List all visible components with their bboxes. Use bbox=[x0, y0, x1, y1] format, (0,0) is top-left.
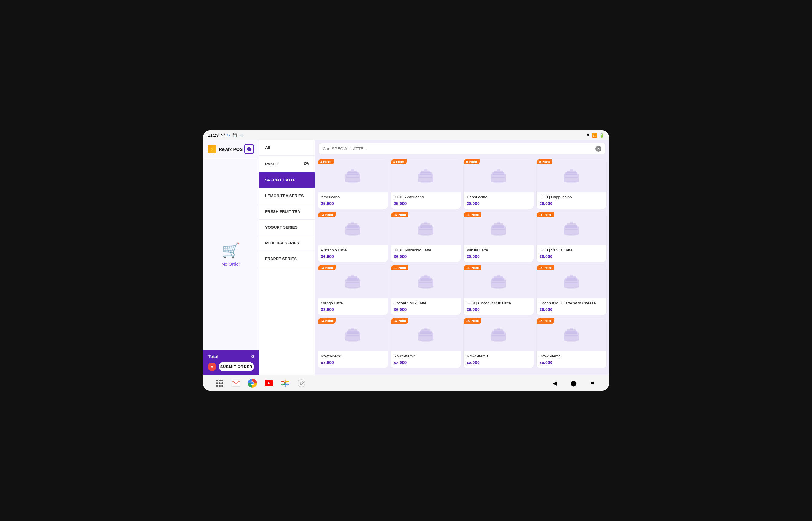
chrome-icon[interactable] bbox=[248, 379, 257, 388]
svg-rect-40 bbox=[424, 222, 427, 224]
product-card[interactable]: 13 Point Row4-Item2 xx.000 bbox=[390, 318, 461, 368]
point-badge: 13 Point bbox=[318, 265, 336, 271]
nav-label-all: All bbox=[265, 145, 270, 150]
svg-rect-46 bbox=[497, 222, 500, 224]
svg-rect-70 bbox=[497, 275, 500, 277]
svg-rect-12 bbox=[346, 177, 359, 178]
product-name: Row4-Item4 bbox=[540, 354, 604, 359]
bottom-bar: ◀ ⬤ ■ bbox=[203, 375, 609, 391]
point-badge: 13 Point bbox=[464, 318, 481, 323]
brand-logo-icon: ⚡ bbox=[210, 146, 215, 152]
product-info: [HOT] Cappuccino 28.000 bbox=[537, 192, 607, 209]
edit-icon[interactable] bbox=[297, 379, 306, 388]
back-icon[interactable]: ◀ bbox=[550, 379, 559, 388]
nav-item-all[interactable]: All bbox=[259, 140, 315, 156]
nav-item-special-latte[interactable]: SPECIAL LATTE bbox=[259, 172, 315, 188]
search-input-wrap: ✕ bbox=[319, 143, 605, 155]
svg-rect-90 bbox=[419, 335, 432, 336]
nav-label-special-latte: SPECIAL LATTE bbox=[265, 178, 296, 182]
product-card[interactable]: 11 Point Vanilla Latte 38.000 bbox=[463, 212, 534, 262]
product-price: 28.000 bbox=[467, 201, 531, 206]
search-input[interactable] bbox=[323, 146, 593, 151]
product-card[interactable]: 13 Point [HOT] Pistachio Latte 36.000 bbox=[390, 212, 461, 262]
nav-item-lemon-tea[interactable]: LEMON TEA SERIES bbox=[259, 188, 315, 204]
product-card[interactable]: 11 Point [HOT] Coconut Milk Latte 36.000 bbox=[463, 265, 534, 315]
svg-point-11 bbox=[347, 181, 358, 183]
product-card[interactable]: 9 Point Cappuccino 28.000 bbox=[463, 159, 534, 209]
product-price: 36.000 bbox=[394, 307, 458, 312]
product-card[interactable]: 9 Point [HOT] Cappuccino 28.000 bbox=[536, 159, 607, 209]
cloud-icon: ☁️ bbox=[239, 133, 244, 137]
photos-icon[interactable] bbox=[280, 379, 290, 388]
no-order-label: No Order bbox=[222, 262, 240, 267]
submit-order-button[interactable]: SUBMIT ORDER bbox=[219, 362, 254, 371]
product-name: Row4-Item3 bbox=[467, 354, 531, 359]
svg-rect-10 bbox=[351, 169, 354, 172]
product-info: Row4-Item1 xx.000 bbox=[318, 352, 388, 368]
point-badge: 13 Point bbox=[318, 212, 336, 218]
product-card[interactable]: 13 Point Row4-Item3 xx.000 bbox=[463, 318, 534, 368]
svg-rect-5 bbox=[250, 151, 250, 151]
total-value: 0 bbox=[251, 354, 254, 359]
cancel-button[interactable]: ✕ bbox=[208, 363, 216, 371]
svg-point-47 bbox=[493, 233, 504, 236]
product-info: [HOT] Vanilla Latte 38.000 bbox=[537, 245, 607, 262]
nav-item-frappe[interactable]: FRAPPE SERIES bbox=[259, 251, 315, 267]
point-badge: 11 Point bbox=[464, 212, 481, 218]
time: 11:29 bbox=[208, 133, 219, 137]
nav-label-frappe: FRAPPE SERIES bbox=[265, 256, 297, 261]
product-name: Coconut Milk Latte bbox=[394, 301, 458, 306]
product-info: Mango Latte 38.000 bbox=[318, 298, 388, 315]
point-badge: 11 Point bbox=[391, 265, 409, 271]
grid-apps-icon[interactable] bbox=[215, 379, 224, 388]
brand-logo: ⚡ bbox=[208, 145, 216, 153]
product-info: Row4-Item3 xx.000 bbox=[464, 352, 534, 368]
svg-rect-4 bbox=[251, 150, 251, 150]
sidebar-header: ⚡ Rewix POS bbox=[203, 140, 259, 158]
device-frame: 11:29 🛡 G 💾 ☁️ ▼ 📶 🔋 ⚡ Rewix POS bbox=[203, 130, 609, 391]
product-card[interactable]: 13 Point Pistachio Latte 36.000 bbox=[318, 212, 388, 262]
product-card[interactable]: 13 Point Row4-Item1 xx.000 bbox=[318, 318, 388, 368]
product-name: Mango Latte bbox=[321, 301, 385, 306]
product-card[interactable]: 13 Point Mango Latte 38.000 bbox=[318, 265, 388, 315]
svg-point-89 bbox=[420, 340, 431, 342]
product-card[interactable]: 8 Point [HOT] Americano 25.000 bbox=[390, 159, 461, 209]
nav-label-milk-tea: MILK TEA SERIES bbox=[265, 241, 299, 245]
nav-item-paket[interactable]: PAKET 🛍 bbox=[259, 156, 315, 172]
home-icon[interactable]: ⬤ bbox=[569, 379, 578, 388]
svg-point-23 bbox=[493, 181, 504, 183]
product-price: 25.000 bbox=[394, 201, 458, 206]
nav-label-yogurt: YOGURT SERIES bbox=[265, 225, 297, 230]
product-info: Americano 25.000 bbox=[318, 192, 388, 209]
battery-icon: 🔋 bbox=[599, 133, 604, 137]
youtube-icon[interactable] bbox=[264, 379, 273, 388]
wifi-icon: ▼ bbox=[586, 133, 590, 137]
qr-button[interactable] bbox=[244, 144, 254, 154]
gmail-icon[interactable] bbox=[231, 379, 241, 388]
storage-icon: 💾 bbox=[232, 133, 237, 137]
product-card[interactable]: 11 Point Coconut Milk Latte 36.000 bbox=[390, 265, 461, 315]
nav-item-yogurt[interactable]: YOGURT SERIES bbox=[259, 220, 315, 235]
svg-point-41 bbox=[420, 233, 431, 236]
recents-icon[interactable]: ■ bbox=[588, 379, 597, 388]
product-name: [HOT] Cappuccino bbox=[540, 195, 604, 200]
svg-rect-48 bbox=[492, 229, 505, 230]
svg-point-83 bbox=[347, 340, 358, 342]
nav-item-fresh-fruit-tea[interactable]: FRESH FRUIT TEA bbox=[259, 204, 315, 220]
svg-rect-28 bbox=[570, 169, 573, 172]
point-badge: 13 Point bbox=[391, 318, 409, 323]
product-price: 28.000 bbox=[540, 201, 604, 206]
product-card[interactable]: 11 Point [HOT] Vanilla Latte 38.000 bbox=[536, 212, 607, 262]
svg-rect-36 bbox=[346, 229, 359, 230]
product-price: 38.000 bbox=[540, 254, 604, 259]
product-card[interactable]: 13 Point Coconut Milk Latte With Cheese … bbox=[536, 265, 607, 315]
product-card[interactable]: 15 Point Row4-Item4 xx.000 bbox=[536, 318, 607, 368]
products-grid: 8 Point Americano 25.000 8 Point bbox=[315, 158, 609, 375]
nav-item-milk-tea[interactable]: MILK TEA SERIES bbox=[259, 235, 315, 251]
brand-name: Rewix POS bbox=[219, 146, 243, 152]
search-clear-button[interactable]: ✕ bbox=[595, 146, 602, 152]
svg-rect-24 bbox=[492, 177, 505, 178]
product-card[interactable]: 8 Point Americano 25.000 bbox=[318, 159, 388, 209]
svg-rect-88 bbox=[424, 328, 427, 330]
svg-rect-76 bbox=[570, 275, 573, 277]
